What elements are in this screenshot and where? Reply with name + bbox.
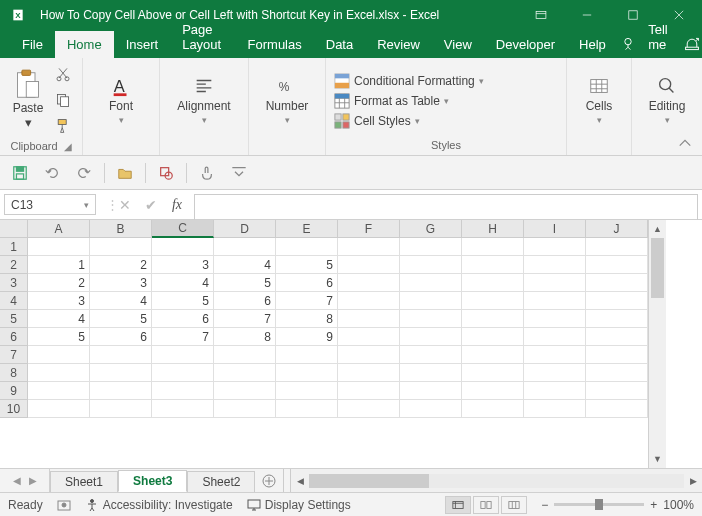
cell-D2[interactable]: 4 bbox=[214, 256, 276, 274]
cell-H1[interactable] bbox=[462, 238, 524, 256]
cell-F4[interactable] bbox=[338, 292, 400, 310]
tab-data[interactable]: Data bbox=[314, 31, 365, 58]
row-header-3[interactable]: 3 bbox=[0, 274, 28, 292]
cell-B5[interactable]: 5 bbox=[90, 310, 152, 328]
name-box[interactable]: C13▾ bbox=[4, 194, 96, 215]
cell-F7[interactable] bbox=[338, 346, 400, 364]
col-header-H[interactable]: H bbox=[462, 220, 524, 238]
zoom-in-button[interactable]: + bbox=[650, 498, 657, 512]
col-header-B[interactable]: B bbox=[90, 220, 152, 238]
cell-A2[interactable]: 1 bbox=[28, 256, 90, 274]
cell-I10[interactable] bbox=[524, 400, 586, 418]
cell-E10[interactable] bbox=[276, 400, 338, 418]
cells-button[interactable]: Cells ▾ bbox=[575, 75, 623, 125]
cell-styles-button[interactable]: Cell Styles▾ bbox=[334, 113, 484, 129]
cell-C4[interactable]: 5 bbox=[152, 292, 214, 310]
cell-F6[interactable] bbox=[338, 328, 400, 346]
cell-D10[interactable] bbox=[214, 400, 276, 418]
sheet-tab-sheet1[interactable]: Sheet1 bbox=[50, 471, 118, 492]
number-button[interactable]: % Number ▾ bbox=[257, 75, 317, 125]
cell-F2[interactable] bbox=[338, 256, 400, 274]
font-button[interactable]: A Font ▾ bbox=[91, 75, 151, 125]
paste-button[interactable]: Paste ▾ bbox=[8, 69, 48, 130]
tellme-icon[interactable] bbox=[618, 30, 638, 58]
tab-file[interactable]: File bbox=[10, 31, 55, 58]
qat-shape-button[interactable] bbox=[154, 161, 178, 185]
zoom-level[interactable]: 100% bbox=[663, 498, 694, 512]
cell-G10[interactable] bbox=[400, 400, 462, 418]
share-button[interactable] bbox=[682, 30, 702, 58]
cell-E5[interactable]: 8 bbox=[276, 310, 338, 328]
cell-B1[interactable] bbox=[90, 238, 152, 256]
select-all-corner[interactable] bbox=[0, 220, 28, 238]
tellme-text[interactable]: Tell me bbox=[638, 16, 681, 58]
scroll-down-button[interactable]: ▼ bbox=[649, 450, 666, 468]
cell-J2[interactable] bbox=[586, 256, 648, 274]
cell-D1[interactable] bbox=[214, 238, 276, 256]
cell-E1[interactable] bbox=[276, 238, 338, 256]
sheet-tab-sheet3[interactable]: Sheet3 bbox=[118, 470, 187, 492]
cell-B2[interactable]: 2 bbox=[90, 256, 152, 274]
redo-button[interactable] bbox=[72, 161, 96, 185]
col-header-G[interactable]: G bbox=[400, 220, 462, 238]
cell-E6[interactable]: 9 bbox=[276, 328, 338, 346]
cut-button[interactable] bbox=[52, 64, 74, 84]
cell-G9[interactable] bbox=[400, 382, 462, 400]
collapse-ribbon-button[interactable] bbox=[678, 136, 692, 151]
hscroll-thumb[interactable] bbox=[309, 474, 429, 488]
tab-developer[interactable]: Developer bbox=[484, 31, 567, 58]
new-sheet-button[interactable] bbox=[255, 469, 283, 492]
cell-I8[interactable] bbox=[524, 364, 586, 382]
col-header-I[interactable]: I bbox=[524, 220, 586, 238]
tab-insert[interactable]: Insert bbox=[114, 31, 171, 58]
cell-G4[interactable] bbox=[400, 292, 462, 310]
cell-I3[interactable] bbox=[524, 274, 586, 292]
cell-B6[interactable]: 6 bbox=[90, 328, 152, 346]
zoom-out-button[interactable]: − bbox=[541, 498, 548, 512]
cell-B7[interactable] bbox=[90, 346, 152, 364]
cell-J7[interactable] bbox=[586, 346, 648, 364]
cell-A8[interactable] bbox=[28, 364, 90, 382]
tab-split-handle[interactable] bbox=[283, 469, 291, 492]
save-button[interactable] bbox=[8, 161, 32, 185]
row-header-5[interactable]: 5 bbox=[0, 310, 28, 328]
cell-G8[interactable] bbox=[400, 364, 462, 382]
cell-J9[interactable] bbox=[586, 382, 648, 400]
clipboard-launcher[interactable]: ◢ bbox=[64, 141, 72, 152]
cell-E9[interactable] bbox=[276, 382, 338, 400]
col-header-E[interactable]: E bbox=[276, 220, 338, 238]
cell-J5[interactable] bbox=[586, 310, 648, 328]
col-header-F[interactable]: F bbox=[338, 220, 400, 238]
tab-formulas[interactable]: Formulas bbox=[236, 31, 314, 58]
cell-H6[interactable] bbox=[462, 328, 524, 346]
qat-customize-button[interactable] bbox=[227, 161, 251, 185]
cell-C10[interactable] bbox=[152, 400, 214, 418]
cell-A1[interactable] bbox=[28, 238, 90, 256]
cell-G1[interactable] bbox=[400, 238, 462, 256]
cell-F5[interactable] bbox=[338, 310, 400, 328]
cell-C1[interactable] bbox=[152, 238, 214, 256]
cell-A4[interactable]: 3 bbox=[28, 292, 90, 310]
cell-I2[interactable] bbox=[524, 256, 586, 274]
cell-A5[interactable]: 4 bbox=[28, 310, 90, 328]
cell-A9[interactable] bbox=[28, 382, 90, 400]
cell-D9[interactable] bbox=[214, 382, 276, 400]
cell-E3[interactable]: 6 bbox=[276, 274, 338, 292]
col-header-J[interactable]: J bbox=[586, 220, 648, 238]
qat-touch-button[interactable] bbox=[195, 161, 219, 185]
tab-help[interactable]: Help bbox=[567, 31, 618, 58]
copy-button[interactable] bbox=[52, 90, 74, 110]
row-header-6[interactable]: 6 bbox=[0, 328, 28, 346]
scroll-left-button[interactable]: ◀ bbox=[291, 476, 309, 486]
cell-D5[interactable]: 7 bbox=[214, 310, 276, 328]
vertical-scrollbar[interactable]: ▲ ▼ bbox=[648, 220, 666, 468]
tab-home[interactable]: Home bbox=[55, 31, 114, 58]
cell-B4[interactable]: 4 bbox=[90, 292, 152, 310]
cell-A6[interactable]: 5 bbox=[28, 328, 90, 346]
cell-A3[interactable]: 2 bbox=[28, 274, 90, 292]
cell-C5[interactable]: 6 bbox=[152, 310, 214, 328]
cell-C6[interactable]: 7 bbox=[152, 328, 214, 346]
cell-B8[interactable] bbox=[90, 364, 152, 382]
cell-D4[interactable]: 6 bbox=[214, 292, 276, 310]
cell-F3[interactable] bbox=[338, 274, 400, 292]
